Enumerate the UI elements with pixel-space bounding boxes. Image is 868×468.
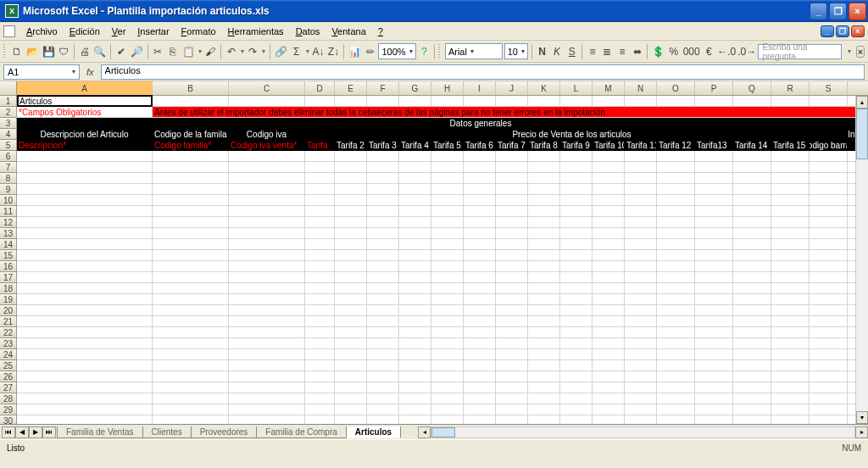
cell[interactable]	[496, 206, 528, 217]
cell[interactable]: Antes de utilizar el importador debes el…	[153, 107, 868, 118]
cell[interactable]	[625, 382, 657, 393]
cell[interactable]	[733, 228, 771, 239]
cell[interactable]	[335, 316, 367, 327]
cell[interactable]	[153, 261, 229, 272]
row-header-4[interactable]: 4	[0, 129, 17, 140]
cell[interactable]	[305, 250, 335, 261]
cell[interactable]: Codigo iva	[229, 129, 305, 140]
cell[interactable]	[496, 371, 528, 382]
cell[interactable]	[17, 283, 153, 294]
cell[interactable]	[657, 349, 695, 360]
cell[interactable]	[771, 184, 810, 195]
cell[interactable]	[560, 206, 593, 217]
cell[interactable]	[810, 415, 848, 424]
cell[interactable]	[464, 415, 496, 424]
cell[interactable]	[657, 151, 695, 162]
row-header-12[interactable]: 12	[0, 217, 17, 228]
scroll-down-button[interactable]: ▾	[856, 411, 868, 424]
cell[interactable]	[625, 415, 657, 424]
row-header-3[interactable]: 3	[0, 118, 17, 129]
row-header-21[interactable]: 21	[0, 316, 17, 327]
euro-button[interactable]: €	[703, 42, 716, 61]
cell[interactable]	[771, 294, 810, 305]
cell[interactable]	[17, 151, 153, 162]
cell[interactable]	[657, 404, 695, 415]
open-button[interactable]: 📂	[25, 42, 40, 61]
cell[interactable]	[593, 173, 625, 184]
cell[interactable]	[695, 283, 733, 294]
sheet-tab-proveedores[interactable]: Proveedores	[191, 426, 258, 438]
cell[interactable]	[657, 415, 695, 424]
cell[interactable]	[593, 96, 625, 107]
cell[interactable]	[810, 393, 848, 404]
cell[interactable]	[657, 217, 695, 228]
cell[interactable]	[229, 151, 305, 162]
menu-ventana[interactable]: Ventana	[326, 25, 371, 38]
cell[interactable]	[625, 283, 657, 294]
column-header-M[interactable]: M	[593, 81, 625, 95]
cell[interactable]	[496, 415, 528, 424]
cell[interactable]	[695, 195, 733, 206]
cell[interactable]	[367, 239, 399, 250]
cell[interactable]	[229, 404, 305, 415]
cell[interactable]	[229, 173, 305, 184]
cell[interactable]	[733, 217, 771, 228]
cell[interactable]	[733, 173, 771, 184]
cell[interactable]	[593, 195, 625, 206]
cell[interactable]	[464, 250, 496, 261]
row-header-24[interactable]: 24	[0, 349, 17, 360]
cell[interactable]: Tarifa 8	[528, 140, 560, 151]
cell[interactable]	[771, 228, 810, 239]
cell[interactable]	[695, 151, 733, 162]
cell[interactable]	[17, 404, 153, 415]
cell[interactable]	[367, 162, 399, 173]
cell[interactable]	[657, 162, 695, 173]
cell[interactable]: Codigo familia*	[153, 140, 229, 151]
cell[interactable]	[496, 349, 528, 360]
menu-archivo[interactable]: Archivo	[20, 25, 64, 38]
sheet-tab-articulos[interactable]: Articulos	[346, 426, 401, 438]
cell[interactable]	[153, 393, 229, 404]
cell[interactable]	[496, 261, 528, 272]
row-header-7[interactable]: 7	[0, 162, 17, 173]
chart-wizard-button[interactable]: 📊	[348, 42, 362, 61]
cell[interactable]	[335, 162, 367, 173]
cell[interactable]	[17, 272, 153, 283]
cell[interactable]	[733, 195, 771, 206]
cell[interactable]	[431, 217, 464, 228]
cell[interactable]	[560, 327, 593, 338]
cell[interactable]	[464, 173, 496, 184]
cell[interactable]	[560, 316, 593, 327]
cell[interactable]	[810, 338, 848, 349]
cell[interactable]	[153, 415, 229, 424]
align-left-button[interactable]: ≡	[586, 42, 599, 61]
cell[interactable]	[335, 294, 367, 305]
cell[interactable]	[399, 195, 431, 206]
cell[interactable]	[464, 184, 496, 195]
cell[interactable]	[810, 261, 848, 272]
cell[interactable]: Precio de Venta de los articulos	[335, 129, 810, 140]
cell[interactable]	[593, 272, 625, 283]
cell[interactable]	[695, 173, 733, 184]
cell[interactable]	[771, 206, 810, 217]
cell[interactable]	[431, 239, 464, 250]
cell[interactable]	[810, 294, 848, 305]
window-restore-button[interactable]: ❐	[829, 3, 847, 20]
cell[interactable]	[771, 151, 810, 162]
row-header-2[interactable]: 2	[0, 107, 17, 118]
cell[interactable]	[560, 305, 593, 316]
cell[interactable]	[229, 228, 305, 239]
cell[interactable]	[771, 272, 810, 283]
cell[interactable]: Tarifa 3	[367, 140, 399, 151]
cell[interactable]	[733, 327, 771, 338]
cell[interactable]	[528, 283, 560, 294]
cell[interactable]	[733, 393, 771, 404]
column-header-D[interactable]: D	[305, 81, 335, 95]
row-header-10[interactable]: 10	[0, 195, 17, 206]
mdi-restore-button[interactable]: ❐	[836, 25, 849, 37]
cell[interactable]	[771, 305, 810, 316]
cell[interactable]	[229, 382, 305, 393]
cell[interactable]	[229, 393, 305, 404]
cell[interactable]	[17, 393, 153, 404]
hyperlink-button[interactable]: 🔗	[274, 42, 288, 61]
